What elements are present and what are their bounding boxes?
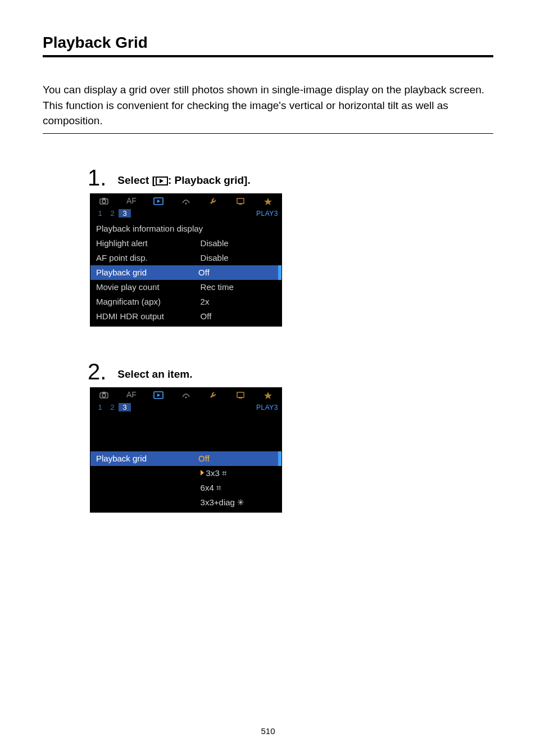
tab-star-icon	[254, 390, 281, 399]
menu-row-value-text: 3x3 ⌗	[206, 468, 226, 478]
menu-row: Playback information display	[90, 221, 281, 236]
menu-page-row: 1 2 3 PLAY3	[90, 207, 281, 220]
page-tag: PLAY3	[256, 404, 278, 411]
page-num-2: 2	[106, 403, 119, 411]
svg-rect-2	[102, 198, 106, 200]
menu-row-label	[96, 482, 201, 494]
menu-row-selected: Playback grid Off	[90, 451, 281, 466]
tab-wireless-icon	[172, 390, 200, 399]
svg-rect-7	[239, 203, 242, 205]
intro-text: You can display a grid over still photos…	[43, 82, 493, 134]
menu-row-value: Off	[201, 310, 276, 323]
tab-af: AF	[118, 390, 146, 399]
menu-row-label: Playback information display	[96, 223, 276, 235]
tab-af: AF	[118, 196, 146, 205]
menu-row: 3x3 ⌗	[90, 466, 281, 481]
step-number: 2.	[88, 360, 106, 383]
menu-row-selected: Playback grid Off	[90, 265, 281, 280]
step-title-suffix: : Playback grid].	[168, 174, 251, 186]
tab-wrench-icon	[199, 390, 227, 399]
step-2: 2. Select an item. AF	[88, 360, 493, 513]
menu-gap	[90, 415, 281, 451]
page-num-3: 3	[119, 209, 131, 218]
menu-page-row: 1 2 3 PLAY3	[90, 401, 281, 414]
svg-point-10	[102, 393, 106, 397]
svg-point-1	[102, 200, 106, 203]
page-num-2: 2	[106, 209, 119, 218]
tab-wireless-icon	[172, 196, 200, 205]
menu-row-label: AF point disp.	[96, 252, 201, 264]
menu-row-value: 3x3 ⌗	[201, 467, 276, 479]
svg-rect-16	[239, 397, 242, 399]
page-num-1: 1	[94, 209, 106, 218]
tab-wrench-icon	[199, 196, 227, 205]
menu-row-value: Off	[198, 266, 272, 279]
page-num-3: 3	[119, 403, 131, 411]
tab-play-icon	[145, 390, 172, 399]
menu-row-label: Playback grid	[96, 452, 198, 465]
svg-point-14	[185, 396, 187, 398]
menu-row-value: 2x	[201, 296, 276, 308]
menu-row-label: Magnificatn (apx)	[96, 296, 201, 308]
tab-custom-icon	[227, 196, 255, 205]
menu-row-label: Playback grid	[96, 266, 198, 279]
menu-row-value: Disable	[201, 252, 276, 264]
menu-row-label	[96, 496, 201, 509]
menu-row-label: HDMI HDR output	[96, 310, 201, 323]
page-num-1: 1	[94, 403, 106, 411]
menu-row-value: Rec time	[201, 281, 276, 293]
menu-row-value: 6x4 ⌗	[201, 482, 276, 494]
svg-rect-15	[237, 392, 244, 397]
svg-marker-17	[264, 392, 272, 399]
menu-row: Magnificatn (apx) 2x	[90, 295, 281, 309]
menu-row-label	[96, 467, 201, 479]
step-title: Select [: Playback grid].	[117, 174, 250, 187]
selection-caret-icon	[201, 470, 204, 476]
menu-tab-row: AF	[90, 194, 281, 207]
tab-star-icon	[254, 196, 281, 205]
svg-point-5	[185, 202, 187, 204]
camera-menu-screenshot-1: AF	[90, 193, 282, 327]
menu-tab-row: AF	[90, 388, 281, 401]
menu-row-label: Movie play count	[96, 281, 201, 293]
tab-custom-icon	[227, 390, 255, 399]
menu-row-value: Off	[198, 452, 272, 465]
svg-marker-13	[157, 393, 160, 397]
svg-rect-11	[102, 392, 106, 393]
page-tag: PLAY3	[256, 210, 278, 218]
svg-marker-8	[264, 198, 272, 205]
camera-menu-screenshot-2: AF	[90, 387, 282, 513]
tab-camera-icon	[90, 196, 118, 205]
menu-row-label: Highlight alert	[96, 237, 201, 250]
menu-row: HDMI HDR output Off	[90, 309, 281, 324]
step-title-prefix: Select [	[117, 174, 156, 186]
menu-row-value: Disable	[201, 237, 276, 250]
tab-camera-icon	[90, 390, 118, 399]
menu-row: AF point disp. Disable	[90, 251, 281, 265]
page-number: 510	[0, 726, 536, 736]
menu-row: 3x3+diag ✳	[90, 495, 281, 510]
menu-row-value: 3x3+diag ✳	[201, 496, 276, 509]
svg-marker-4	[157, 200, 160, 203]
page-title: Playback Grid	[43, 34, 493, 57]
menu-row: Highlight alert Disable	[90, 236, 281, 251]
menu-row: 6x4 ⌗	[90, 481, 281, 495]
step-1: 1. Select [: Playback grid]. AF	[88, 166, 493, 327]
svg-rect-6	[237, 198, 244, 203]
menu-row: Movie play count Rec time	[90, 280, 281, 295]
play-icon	[156, 176, 168, 185]
step-number: 1.	[88, 166, 106, 189]
step-title: Select an item.	[117, 368, 192, 381]
tab-play-icon	[145, 196, 172, 205]
